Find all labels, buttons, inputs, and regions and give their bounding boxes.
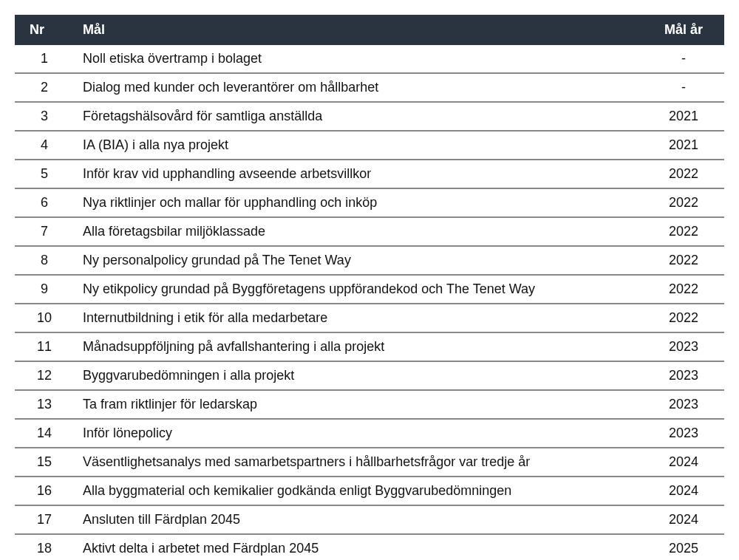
cell-nr: 2 (15, 73, 74, 102)
table-body: 1Noll etiska övertramp i bolaget-2Dialog… (15, 45, 724, 560)
table-row: 14Inför lönepolicy2023 (15, 419, 724, 448)
table-row: 10Internutbildning i etik för alla medar… (15, 304, 724, 332)
cell-nr: 1 (15, 45, 74, 73)
cell-year: - (643, 73, 724, 102)
cell-year: 2023 (643, 390, 724, 419)
cell-mal: Månadsuppföljning på avfallshantering i … (74, 332, 643, 361)
cell-nr: 17 (15, 505, 74, 534)
cell-mal: IA (BIA) i alla nya projekt (74, 131, 643, 160)
cell-mal: Ny etikpolicy grundad på Byggföretagens … (74, 275, 643, 304)
table-row: 17Ansluten till Färdplan 20452024 (15, 505, 724, 534)
cell-mal: Inför lönepolicy (74, 419, 643, 448)
cell-year: 2024 (643, 448, 724, 477)
cell-mal: Alla byggmaterial och kemikalier godkänd… (74, 477, 643, 505)
table-row: 13Ta fram riktlinjer för ledarskap2023 (15, 390, 724, 419)
cell-nr: 11 (15, 332, 74, 361)
cell-year: 2022 (643, 275, 724, 304)
cell-mal: Dialog med kunder och leverantörer om hå… (74, 73, 643, 102)
cell-nr: 12 (15, 361, 74, 390)
cell-mal: Ny personalpolicy grundad på The Tenet W… (74, 246, 643, 275)
cell-year: 2024 (643, 505, 724, 534)
table-row: 18Aktivt delta i arbetet med Färdplan 20… (15, 534, 724, 560)
cell-nr: 15 (15, 448, 74, 477)
cell-mal: Internutbildning i etik för alla medarbe… (74, 304, 643, 332)
cell-nr: 3 (15, 102, 74, 131)
cell-year: 2025 (643, 534, 724, 560)
header-mal: Mål (74, 15, 643, 45)
table-row: 12Byggvarubedömningen i alla projekt2023 (15, 361, 724, 390)
cell-mal: Nya riktlinjer och mallar för upphandlin… (74, 188, 643, 217)
table-row: 15Väsentlighetsanalys med samarbetspartn… (15, 448, 724, 477)
cell-mal: Noll etiska övertramp i bolaget (74, 45, 643, 73)
cell-nr: 18 (15, 534, 74, 560)
cell-nr: 13 (15, 390, 74, 419)
cell-nr: 8 (15, 246, 74, 275)
table-row: 11Månadsuppföljning på avfallshantering … (15, 332, 724, 361)
cell-mal: Inför krav vid upphandling avseende arbe… (74, 160, 643, 188)
cell-year: 2021 (643, 131, 724, 160)
cell-mal: Aktivt delta i arbetet med Färdplan 2045 (74, 534, 643, 560)
cell-year: 2023 (643, 332, 724, 361)
table-row: 2Dialog med kunder och leverantörer om h… (15, 73, 724, 102)
cell-year: - (643, 45, 724, 73)
cell-year: 2022 (643, 246, 724, 275)
table-row: 3Företagshälsovård för samtliga anställd… (15, 102, 724, 131)
cell-year: 2022 (643, 188, 724, 217)
cell-mal: Företagshälsovård för samtliga anställda (74, 102, 643, 131)
cell-nr: 16 (15, 477, 74, 505)
cell-mal: Byggvarubedömningen i alla projekt (74, 361, 643, 390)
cell-year: 2022 (643, 217, 724, 246)
table-row: 6Nya riktlinjer och mallar för upphandli… (15, 188, 724, 217)
cell-nr: 7 (15, 217, 74, 246)
cell-mal: Alla företagsbilar miljöklassade (74, 217, 643, 246)
cell-mal: Ta fram riktlinjer för ledarskap (74, 390, 643, 419)
cell-year: 2024 (643, 477, 724, 505)
cell-nr: 14 (15, 419, 74, 448)
table-row: 9Ny etikpolicy grundad på Byggföretagens… (15, 275, 724, 304)
cell-mal: Ansluten till Färdplan 2045 (74, 505, 643, 534)
cell-year: 2023 (643, 419, 724, 448)
cell-nr: 10 (15, 304, 74, 332)
cell-nr: 5 (15, 160, 74, 188)
cell-year: 2022 (643, 304, 724, 332)
table-header-row: Nr Mål Mål år (15, 15, 724, 45)
cell-nr: 9 (15, 275, 74, 304)
cell-nr: 4 (15, 131, 74, 160)
table-row: 4IA (BIA) i alla nya projekt2021 (15, 131, 724, 160)
table-row: 8Ny personalpolicy grundad på The Tenet … (15, 246, 724, 275)
table-row: 5Inför krav vid upphandling avseende arb… (15, 160, 724, 188)
header-year: Mål år (643, 15, 724, 45)
cell-mal: Väsentlighetsanalys med samarbetspartner… (74, 448, 643, 477)
goals-table: Nr Mål Mål år 1Noll etiska övertramp i b… (15, 15, 724, 560)
table-row: 1Noll etiska övertramp i bolaget- (15, 45, 724, 73)
table-row: 16Alla byggmaterial och kemikalier godkä… (15, 477, 724, 505)
cell-year: 2022 (643, 160, 724, 188)
header-nr: Nr (15, 15, 74, 45)
table-row: 7Alla företagsbilar miljöklassade2022 (15, 217, 724, 246)
cell-nr: 6 (15, 188, 74, 217)
cell-year: 2023 (643, 361, 724, 390)
cell-year: 2021 (643, 102, 724, 131)
